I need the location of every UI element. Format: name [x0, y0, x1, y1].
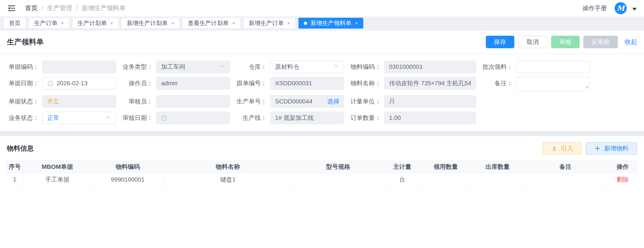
field-label: 生产单号：	[233, 95, 270, 108]
chevron-down-icon	[333, 63, 339, 71]
audit-button: 审核	[551, 36, 580, 48]
tab-production-plan[interactable]: 生产计划单	[72, 18, 119, 29]
cell-mbom: 手工单据	[23, 173, 92, 186]
field-label: 审核员：	[119, 95, 156, 108]
field-label: 备注：	[479, 77, 516, 90]
field-value: 2026-02-13	[56, 80, 88, 87]
close-icon[interactable]	[355, 21, 358, 26]
bill-code-input	[42, 61, 116, 73]
bill-date-picker[interactable]: 2026-02-13	[42, 77, 116, 90]
field-label: 计量单位：	[347, 95, 384, 108]
chevron-down-icon	[105, 114, 111, 122]
delete-row-link[interactable]: 删除	[616, 176, 629, 183]
tab-home[interactable]: 首页	[4, 18, 26, 29]
col-material-code: 物料编码	[92, 161, 164, 173]
close-icon[interactable]	[287, 21, 290, 26]
breadcrumb-home[interactable]: 首页	[25, 4, 38, 13]
close-icon[interactable]	[171, 21, 174, 26]
col-action: 操作	[608, 161, 638, 173]
tab-new-material-requisition[interactable]: 新增生产领料单	[298, 18, 363, 29]
col-material-name: 物料名称	[164, 161, 292, 173]
chevron-down-icon[interactable]	[632, 8, 637, 11]
section-title-materials: 物料信息	[7, 144, 34, 153]
field-value: SCDD000044	[275, 98, 312, 105]
field-value: 1.00	[389, 114, 401, 121]
cell-seq: 1	[6, 173, 23, 186]
field-batch-pick: 批次领料：	[479, 61, 590, 73]
col-req-qty: 领用数量	[420, 161, 472, 173]
import-button[interactable]: 引入	[542, 142, 582, 155]
field-value: 正常	[47, 114, 59, 122]
calendar-icon	[47, 80, 54, 87]
field-label: 操作员：	[119, 77, 156, 90]
materials-card: 物料信息 引入 新增物料 序号 M	[0, 136, 644, 248]
collapse-menu-icon[interactable]	[7, 5, 16, 12]
button-label: 新增物料	[604, 144, 628, 153]
field-label: 仓库：	[233, 61, 270, 73]
collapse-form-link[interactable]: 收起	[624, 38, 637, 46]
form-header: 生产领料单 保存 取消 审核 反审核 收起	[0, 30, 644, 54]
field-value: 传动皮轮件 735×794 主机孔54	[389, 79, 471, 87]
cell-spec	[292, 173, 385, 186]
field-prod-order: 生产单号： SCDD000044 选择	[233, 95, 344, 108]
table-header-row: 序号 MBOM单据 物料编码 物料名称 型号规格 主计量 领用数量 出库数量 备…	[6, 161, 638, 173]
close-icon[interactable]	[232, 21, 235, 26]
add-material-button[interactable]: 新增物料	[586, 142, 637, 155]
prod-order-input: SCDD000044 选择	[270, 95, 344, 108]
field-value: 只	[389, 97, 395, 106]
form-actions: 保存 取消 审核 反审核 收起	[486, 36, 637, 48]
table-row: 1 手工单据 9990100001 键盘1 台 删除	[6, 173, 638, 186]
active-tab-dot-icon	[304, 22, 307, 25]
materials-header: 物料信息 引入 新增物料	[0, 139, 644, 158]
col-spec: 型号规格	[292, 161, 385, 173]
field-bill-date: 单据日期： 2026-02-13	[5, 77, 116, 91]
tab-new-production-plan[interactable]: 新增生产计划单	[122, 18, 180, 29]
field-value: 加工车间	[161, 63, 185, 71]
tab-label: 首页	[9, 19, 20, 27]
resize-handle-icon[interactable]	[585, 83, 588, 90]
materials-table: 序号 MBOM单据 物料编码 物料名称 型号规格 主计量 领用数量 出库数量 备…	[6, 161, 638, 186]
field-spacer	[479, 95, 590, 108]
tab-production-order[interactable]: 生产订单	[29, 18, 69, 29]
order-qty-input: 1.00	[384, 112, 476, 124]
field-unit: 计量单位： 只	[347, 95, 476, 108]
breadcrumb-separator	[42, 5, 43, 12]
field-label: 物料编码：	[347, 61, 384, 73]
top-bar-right: 操作手册 M	[583, 2, 637, 14]
field-value: 0301000001	[389, 63, 423, 70]
col-remark: 备注	[524, 161, 608, 173]
avatar[interactable]: M	[614, 2, 627, 14]
warehouse-select[interactable]: 原材料仓	[270, 61, 344, 73]
field-warehouse: 仓库： 原材料仓	[233, 61, 344, 73]
plus-icon	[594, 145, 601, 152]
cell-remark	[524, 173, 608, 186]
save-button[interactable]: 保存	[486, 36, 514, 48]
field-label: 订单数量：	[347, 112, 384, 124]
close-icon[interactable]	[110, 21, 113, 26]
bill-status-input: 开立	[42, 95, 116, 108]
page-title: 生产领料单	[7, 37, 44, 47]
auditor-input	[156, 95, 230, 108]
tab-new-production-order[interactable]: 新增生产订单	[243, 18, 296, 29]
section-divider	[0, 131, 644, 136]
remark-textarea[interactable]	[521, 79, 585, 91]
col-mbom: MBOM单据	[23, 161, 92, 173]
download-icon	[551, 145, 558, 152]
close-icon[interactable]	[61, 21, 64, 26]
biz-status-select[interactable]: 正常	[42, 112, 116, 124]
field-material-name: 物料名称： 传动皮轮件 735×794 主机孔54	[347, 77, 476, 91]
field-operator: 操作员： admin	[119, 77, 230, 91]
material-name-input: 传动皮轮件 735×794 主机孔54	[384, 77, 476, 90]
cancel-button[interactable]: 取消	[518, 36, 548, 48]
material-code-input: 0301000001	[384, 61, 476, 73]
tab-view-production-plan[interactable]: 查看生产计划单	[182, 18, 240, 29]
field-value: XSDD000031	[275, 80, 312, 87]
select-prod-order-link[interactable]: 选择	[327, 97, 339, 106]
manual-link[interactable]: 操作手册	[583, 4, 607, 12]
batch-pick-input[interactable]	[521, 63, 585, 70]
field-label: 单据编码：	[5, 61, 42, 73]
status-badge: 开立	[47, 97, 59, 106]
field-label: 业务类型：	[119, 61, 156, 73]
field-label: 生产线：	[233, 112, 270, 124]
breadcrumb-production-mgmt[interactable]: 生产管理	[47, 4, 72, 13]
